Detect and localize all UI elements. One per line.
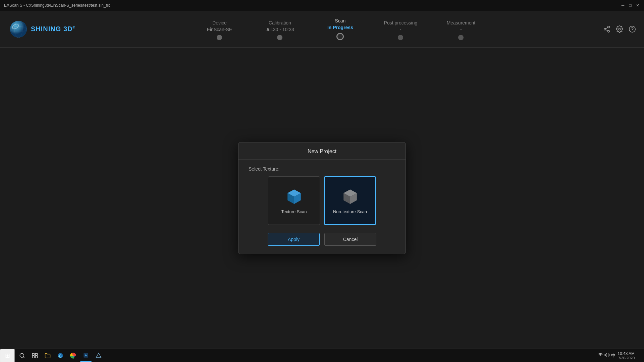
step-measure-label: Measurement [447, 20, 476, 25]
workflow: Device EinScan-SE Calibration Jul.30 - 1… [86, 18, 595, 40]
clock-date: 7/30/2020 [618, 356, 635, 360]
dialog-body: Select Texture: Texture Scan [238, 160, 406, 254]
svg-point-3 [10, 21, 27, 38]
step-device-dot [217, 35, 222, 40]
tray-volume [604, 352, 610, 359]
taskbar-misc[interactable] [93, 350, 105, 362]
maximize-button[interactable]: □ [628, 3, 633, 8]
close-button[interactable]: ✕ [635, 3, 640, 8]
taskbar-clock: 10:43 AM 7/30/2020 [618, 351, 635, 360]
help-button[interactable] [629, 25, 636, 33]
svg-line-7 [606, 29, 608, 31]
step-scan-label: Scan [335, 18, 345, 23]
cancel-button[interactable]: Cancel [324, 233, 376, 246]
taskbar-search[interactable] [16, 350, 28, 362]
workflow-step-postprocessing: Post processing - [370, 20, 431, 40]
svg-point-9 [619, 28, 621, 30]
step-device-value: EinScan-SE [207, 27, 232, 32]
svg-rect-23 [33, 356, 35, 358]
taskbar-einscan[interactable] [80, 350, 92, 362]
taskbar-edge[interactable] [54, 350, 66, 362]
share-button[interactable] [603, 25, 610, 33]
logo-text: SHINING 3D® [31, 25, 75, 33]
taskbar-taskview[interactable] [29, 350, 41, 362]
header-icons [595, 25, 644, 33]
svg-point-6 [608, 30, 610, 32]
step-post-value: - [400, 27, 401, 32]
svg-marker-28 [96, 353, 101, 358]
svg-marker-29 [605, 353, 607, 356]
taskbar-chrome[interactable] [67, 350, 79, 362]
title-bar: EXScan S - C:/Shining3d/EinScan-S_series… [0, 0, 644, 11]
workflow-step-calibration: Calibration Jul.30 - 10:33 [250, 20, 310, 40]
logo-globe [10, 21, 27, 38]
svg-point-10 [629, 26, 635, 32]
taskbar: ⊞ [0, 349, 644, 362]
svg-point-5 [604, 28, 606, 30]
taskbar-fileexplorer[interactable] [42, 350, 54, 362]
svg-point-4 [608, 26, 610, 28]
step-post-label: Post processing [384, 20, 418, 25]
svg-line-20 [23, 357, 24, 358]
step-cal-dot [277, 35, 282, 40]
step-measure-dot [458, 35, 464, 40]
settings-button[interactable] [616, 25, 623, 33]
workflow-step-scan: Scan In Progress [310, 18, 370, 40]
logo-area: SHINING 3D® [0, 21, 86, 38]
texture-scan-option[interactable]: Texture Scan [268, 176, 320, 225]
taskbar-icons [15, 350, 106, 362]
step-cal-label: Calibration [269, 20, 291, 25]
select-texture-label: Select Texture: [249, 166, 395, 172]
header: SHINING 3D® Device EinScan-SE Calibratio… [0, 11, 644, 48]
dialog-title: New Project [245, 148, 399, 155]
apply-button[interactable]: Apply [268, 233, 320, 246]
svg-rect-21 [33, 353, 35, 355]
step-scan-dot [336, 33, 344, 40]
step-measure-value: - [460, 27, 462, 32]
step-scan-value: In Progress [327, 25, 353, 30]
dialog-title-bar: New Project [238, 142, 406, 160]
tray-battery: 中 [611, 353, 615, 359]
step-device-label: Device [212, 20, 227, 25]
non-texture-scan-option[interactable]: Non-texture Scan [324, 176, 376, 225]
svg-point-19 [20, 353, 24, 357]
tray-network [598, 352, 603, 359]
workflow-step-measurement: Measurement - [431, 20, 491, 40]
new-project-dialog: New Project Select Texture: [238, 142, 406, 254]
workflow-step-device: Device EinScan-SE [189, 20, 250, 40]
sys-tray: 中 [598, 352, 615, 359]
show-desktop-button[interactable] [638, 351, 640, 361]
non-texture-scan-label: Non-texture Scan [333, 209, 367, 214]
minimize-button[interactable]: ─ [621, 3, 625, 8]
start-button[interactable]: ⊞ [0, 349, 15, 362]
texture-options: Texture Scan Non-texture Scan [249, 176, 395, 225]
svg-rect-22 [36, 353, 38, 355]
clock-time: 10:43 AM [618, 351, 635, 356]
texture-scan-icon [285, 187, 303, 205]
svg-line-8 [606, 27, 608, 28]
taskbar-right: 中 10:43 AM 7/30/2020 [594, 351, 644, 361]
svg-rect-24 [36, 356, 38, 358]
dialog-buttons: Apply Cancel [249, 233, 395, 246]
step-cal-value: Jul.30 - 10:33 [266, 27, 294, 32]
window-controls: ─ □ ✕ [621, 3, 640, 8]
texture-scan-label: Texture Scan [281, 209, 307, 214]
step-post-dot [398, 35, 403, 40]
main-content: New Project Select Texture: [0, 48, 644, 349]
window-title: EXScan S - C:/Shining3d/EinScan-S_series… [4, 3, 110, 8]
non-texture-scan-icon [341, 187, 359, 205]
